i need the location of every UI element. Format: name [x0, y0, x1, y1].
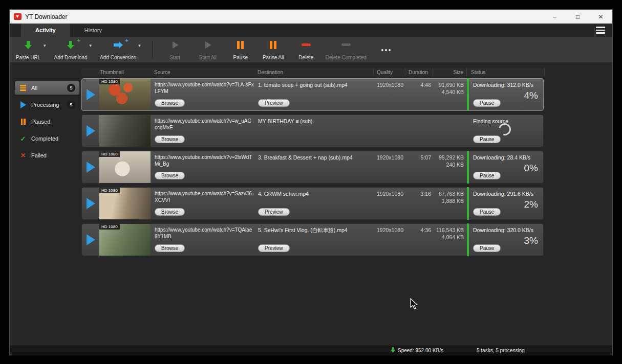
quality-value: 1920x1080 [374, 224, 405, 256]
more-icon [381, 44, 391, 55]
add-download-icon: + [66, 39, 76, 50]
row-pause-button[interactable]: Pause [473, 208, 501, 216]
row-play-button[interactable] [82, 151, 99, 183]
add-download-dropdown[interactable]: ▾ [90, 37, 92, 62]
hamburger-menu-icon[interactable] [596, 27, 605, 34]
row-play-button[interactable] [82, 79, 99, 110]
source-url: https://www.youtube.com/watch?v=Sazv36XC… [155, 191, 254, 203]
duration-value: 4:46 [405, 79, 433, 110]
status-cell: Downloading: 312.0 KB/s 4% Pause [467, 79, 543, 110]
check-icon: ✓ [19, 135, 27, 143]
play-icon [87, 125, 95, 136]
maximize-button[interactable]: □ [566, 10, 589, 24]
preview-button[interactable]: Preview [258, 244, 290, 252]
column-header-quality: Quality [373, 68, 405, 76]
add-conversion-dropdown[interactable]: ▾ [138, 37, 141, 62]
paste-url-dropdown[interactable]: ▾ [44, 37, 46, 62]
download-row[interactable]: HD 1080 https://www.youtube.com/watch?v=… [81, 78, 544, 111]
row-pause-button[interactable]: Pause [473, 135, 501, 143]
play-icon [87, 89, 95, 100]
row-pause-button[interactable]: Pause [473, 172, 501, 179]
more-button[interactable] [370, 37, 402, 62]
quality-value: 1920x1080 [374, 79, 405, 110]
download-row[interactable]: HD 1080 https://www.youtube.com/watch?v=… [81, 187, 544, 220]
play-icon [19, 101, 27, 108]
sidebar-item-failed[interactable]: ✕ Failed [15, 149, 79, 162]
column-header-destination: Destination [255, 68, 373, 76]
browse-button[interactable]: Browse [155, 135, 185, 143]
browse-button[interactable]: Browse [155, 99, 185, 107]
sidebar: All 5 Processing 5 Paused ✓ Completed ✕ … [10, 63, 81, 346]
download-row[interactable]: https://www.youtube.com/watch?v=w_uAGccq… [81, 115, 544, 147]
mouse-cursor [410, 298, 419, 312]
row-play-button[interactable] [82, 188, 99, 219]
column-header-size: Size [433, 68, 466, 76]
sidebar-item-all[interactable]: All 5 [15, 81, 79, 95]
window-controls: – □ ✕ [543, 10, 612, 24]
status-text: Downloading: 312.0 KB/s [473, 82, 539, 88]
sidebar-item-completed[interactable]: ✓ Completed [15, 132, 79, 145]
pause-all-button[interactable]: Pause All [257, 37, 290, 62]
duration-value: 3:16 [405, 188, 433, 219]
hd-badge: HD 1080 [99, 79, 120, 84]
close-button[interactable]: ✕ [589, 10, 612, 24]
row-play-button[interactable] [82, 224, 99, 256]
status-cell: Downloading: 28.4 KB/s 0% Pause [467, 151, 543, 183]
delete-completed-button[interactable]: Delete Completed [323, 37, 370, 62]
column-header-thumbnail: Thumbnail [99, 68, 150, 76]
preview-button[interactable]: Preview [258, 208, 290, 216]
minimize-button[interactable]: – [543, 10, 566, 24]
video-thumbnail [99, 115, 151, 147]
delete-icon [302, 39, 311, 50]
hd-badge: HD 1080 [99, 188, 120, 193]
quality-value: 1920x1080 [374, 151, 405, 183]
row-pause-button[interactable]: Pause [473, 244, 501, 252]
size-value: 95,292 KB240 KB [433, 151, 467, 183]
play-icon [87, 198, 95, 209]
size-value: 67,763 KB1,888 KB [433, 188, 467, 219]
start-all-button[interactable]: Start All [191, 37, 224, 62]
row-pause-button[interactable]: Pause [473, 99, 501, 107]
add-download-button[interactable]: + Add Download [51, 37, 91, 62]
size-value: 116,543 KB4,064 KB [433, 224, 467, 256]
sidebar-item-processing[interactable]: Processing 5 [15, 98, 79, 111]
hd-badge: HD 1080 [99, 224, 120, 230]
status-text: Downloading: 320.0 KB/s [473, 227, 539, 233]
pause-button[interactable]: Pause [224, 37, 257, 62]
tasks-text: 5 tasks, 5 processing [477, 348, 525, 353]
browse-button[interactable]: Browse [155, 172, 185, 179]
count-badge: 5 [67, 101, 75, 109]
hd-badge: HD 1080 [99, 151, 120, 157]
add-conversion-button[interactable]: + Add Conversion [97, 37, 139, 62]
column-header-source: Source [150, 68, 255, 76]
video-thumbnail: HD 1080 [99, 79, 151, 110]
download-row[interactable]: HD 1080 https://www.youtube.com/watch?v=… [81, 151, 544, 184]
size-value: 91,690 KB4,540 KB [433, 79, 467, 110]
sidebar-item-label: Completed [31, 135, 58, 142]
destination-filename: MY BIRTHDAY ≡ (sub) [258, 118, 372, 125]
percent-value: 4% [524, 90, 538, 101]
progress-bar [467, 187, 469, 220]
row-play-button[interactable] [82, 115, 99, 147]
paste-url-button[interactable]: Paste URL [12, 37, 45, 62]
delete-button[interactable]: Delete [290, 37, 323, 62]
tab-activity[interactable]: Activity [21, 24, 70, 37]
destination-filename: 1. tomato soup + going out (sub).mp4 [258, 82, 372, 88]
tab-history[interactable]: History [70, 24, 116, 37]
video-thumbnail: HD 1080 [99, 151, 151, 183]
video-thumbnail: HD 1080 [99, 188, 151, 219]
play-icon [87, 234, 95, 245]
pause-icon [19, 119, 27, 125]
preview-button[interactable]: Preview [258, 99, 290, 107]
status-text: Downloading: 28.4 KB/s [473, 154, 539, 161]
sidebar-item-paused[interactable]: Paused [15, 115, 79, 128]
browse-button[interactable]: Browse [155, 244, 185, 252]
download-row[interactable]: HD 1080 https://www.youtube.com/watch?v=… [81, 223, 544, 256]
toolbar-separator [152, 40, 153, 59]
start-all-icon [203, 39, 212, 50]
browse-button[interactable]: Browse [155, 208, 185, 216]
start-button[interactable]: Start [159, 37, 191, 62]
destination-filename: 4. GRWM sehwi.mp4 [258, 191, 372, 197]
source-url: https://www.youtube.com/watch?v=TQAiae9Y… [155, 227, 254, 240]
status-bar: Speed: 952.00 KB/s 5 tasks, 5 processing [10, 346, 612, 355]
